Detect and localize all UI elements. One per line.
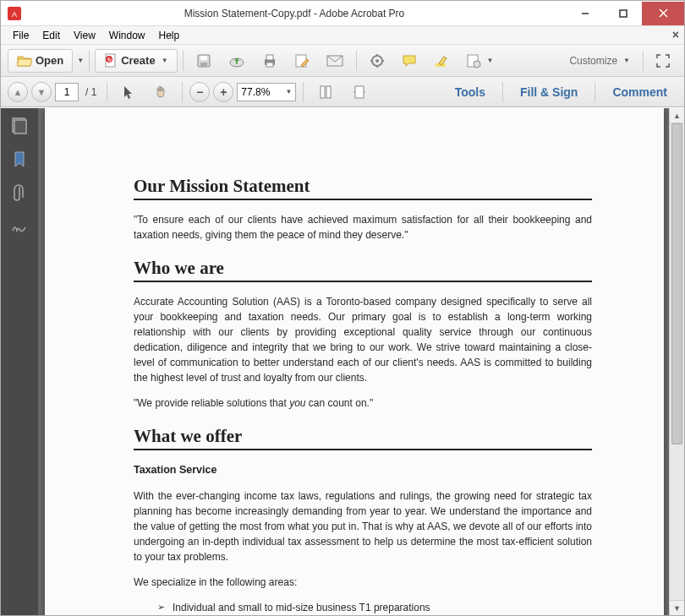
edit-button[interactable] [287, 49, 317, 73]
doc-heading-who: Who we are [134, 258, 592, 282]
document-viewport[interactable]: Our Mission Statement "To ensure each of… [38, 108, 684, 615]
separator [183, 51, 184, 71]
vertical-scrollbar[interactable]: ▲ ▼ [669, 108, 684, 615]
arrow-up-icon: ▲ [14, 87, 23, 97]
doc-paragraph: With the ever-changing income tax laws, … [134, 488, 592, 564]
comment-bubble-button[interactable] [394, 49, 425, 73]
bookmarks-icon[interactable] [10, 150, 29, 169]
doc-list: Individual and small to mid-size busines… [134, 600, 592, 615]
main-toolbar: Open ▼ ↻ Create ▼ ▼ Customize▼ [1, 45, 684, 77]
zoom-out-button[interactable]: − [189, 82, 210, 102]
minimize-button[interactable] [566, 2, 604, 25]
settings-button[interactable] [362, 49, 392, 73]
chevron-down-icon: ▼ [285, 88, 292, 95]
separator [356, 51, 357, 71]
fit-width-icon [352, 84, 367, 100]
svg-text:A: A [12, 10, 17, 19]
separator [643, 51, 644, 71]
menubar: File Edit View Window Help × [1, 26, 684, 45]
scroll-thumb[interactable] [671, 123, 682, 444]
separator [89, 51, 90, 71]
doc-paragraph: Accurate Accounting Solution (AAS) is a … [134, 294, 592, 385]
save-icon [196, 53, 211, 68]
tools-panel-button[interactable]: Tools [445, 80, 496, 104]
create-button[interactable]: ↻ Create ▼ [95, 49, 177, 73]
customize-label: Customize [569, 55, 617, 67]
svg-rect-14 [266, 55, 273, 60]
separator [182, 82, 183, 102]
doc-subheading: Taxation Service [134, 462, 592, 478]
menu-help[interactable]: Help [152, 28, 187, 43]
create-label: Create [121, 54, 155, 67]
cloud-icon [228, 54, 245, 68]
chevron-down-icon: ▼ [623, 57, 630, 64]
doc-heading-offer: What we offer [134, 426, 592, 450]
window-controls [566, 2, 684, 25]
speech-bubble-icon [402, 54, 417, 68]
doc-paragraph: We specialize in the following areas: [134, 575, 592, 590]
next-page-button[interactable]: ▼ [31, 82, 52, 102]
customize-button[interactable]: Customize▼ [562, 49, 638, 73]
zoom-in-button[interactable]: + [213, 82, 233, 102]
cursor-icon [122, 84, 135, 100]
navigation-toolbar: ▲ ▼ / 1 − + 77.8%▼ Tools Fill & Sign Com… [1, 77, 684, 107]
maximize-button[interactable] [604, 2, 642, 25]
page-number-input[interactable] [55, 83, 79, 101]
titlebar: A Mission Statement-Copy.pdf - Adobe Acr… [1, 1, 684, 26]
svg-text:↻: ↻ [107, 57, 112, 63]
svg-rect-10 [200, 56, 207, 60]
svg-rect-29 [355, 86, 364, 98]
open-dropdown-icon[interactable]: ▼ [77, 57, 84, 64]
fill-sign-panel-button[interactable]: Fill & Sign [510, 80, 588, 104]
cloud-button[interactable] [221, 49, 253, 73]
open-button[interactable]: Open [8, 49, 73, 73]
save-button[interactable] [189, 49, 219, 73]
chevron-down-icon: ▼ [487, 57, 494, 64]
page-total-label: / 1 [85, 86, 96, 98]
svg-rect-27 [321, 86, 325, 98]
fit-width-button[interactable] [344, 80, 375, 104]
prev-page-button[interactable]: ▲ [8, 82, 28, 102]
svg-rect-28 [326, 86, 331, 98]
pdf-page: Our Mission Statement "To ensure each of… [45, 108, 664, 615]
thumbnails-icon[interactable] [10, 117, 29, 135]
svg-rect-3 [620, 10, 627, 17]
print-button[interactable] [255, 49, 285, 73]
list-item: Individual and small to mid-size busines… [157, 600, 592, 615]
highlight-button[interactable] [426, 49, 457, 73]
doc-paragraph: "We provide reliable solutions that you … [134, 395, 592, 411]
separator [595, 82, 595, 102]
svg-rect-31 [14, 120, 26, 134]
workspace: Our Mission Statement "To ensure each of… [1, 108, 684, 615]
hand-tool-button[interactable] [146, 80, 175, 104]
open-label: Open [36, 54, 63, 67]
scroll-down-icon[interactable]: ▼ [670, 600, 684, 615]
folder-open-icon [17, 54, 32, 68]
comment-panel-button[interactable]: Comment [602, 80, 677, 104]
pdf-app-icon: A [6, 5, 23, 22]
attachments-icon[interactable] [10, 184, 29, 203]
menu-view[interactable]: View [67, 28, 102, 43]
doc-paragraph: "To ensure each of our clients have achi… [134, 212, 592, 243]
stamp-button[interactable]: ▼ [458, 49, 501, 73]
fit-page-button[interactable] [310, 80, 341, 104]
menu-window[interactable]: Window [102, 28, 152, 43]
scroll-up-icon[interactable]: ▲ [670, 108, 684, 123]
svg-point-19 [375, 59, 379, 63]
menu-edit[interactable]: Edit [36, 28, 67, 43]
fullscreen-button[interactable] [649, 49, 677, 73]
menu-file[interactable]: File [6, 28, 36, 43]
hand-icon [154, 84, 167, 100]
doc-heading-mission: Our Mission Statement [134, 176, 592, 200]
zoom-select[interactable]: 77.8%▼ [237, 83, 296, 101]
envelope-icon [326, 55, 343, 67]
document-close-icon[interactable]: × [672, 28, 679, 41]
email-button[interactable] [319, 49, 351, 73]
edit-page-icon [294, 53, 310, 68]
zoom-value: 77.8% [241, 86, 270, 98]
print-icon [262, 53, 277, 68]
select-tool-button[interactable] [114, 80, 143, 104]
fit-page-icon [318, 84, 333, 100]
signatures-icon[interactable] [10, 218, 29, 237]
close-button[interactable] [642, 2, 684, 25]
